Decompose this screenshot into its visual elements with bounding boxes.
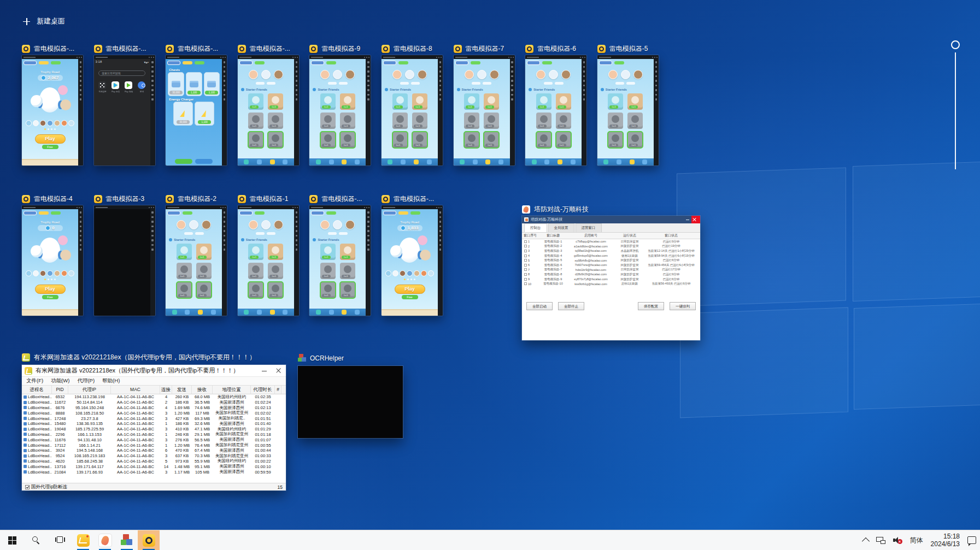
thumbnail-preview: Starter Friends Lv.1 Lv.1 Lv.1 Lv.1 Lv.1… (309, 205, 371, 316)
team-showcase (309, 220, 366, 229)
trophy-road-label: Trophy Road (22, 221, 78, 224)
character-card: Lv.1 (340, 93, 355, 110)
locked-character-card: Lv.1 (320, 263, 336, 279)
emulator-titlebar (166, 55, 227, 59)
checkbox-icon (524, 282, 527, 285)
timeline-scroll-handle[interactable] (951, 40, 960, 49)
task-view-button[interactable] (48, 530, 72, 550)
ldplayer-icon (22, 45, 30, 53)
ocr-window-title-row: OCRHelper (298, 354, 344, 362)
avatar (383, 211, 396, 215)
manager-window-thumbnail[interactable]: 塔防对战-万顺科技 控制台 全局设置 运营窗口 窗口序号 窗口标题 启用账号 运… (522, 216, 700, 340)
ocr-window-thumbnail[interactable] (298, 366, 403, 438)
game-roster-screen: Starter Friends Lv.1 Lv.1 Lv.1 Lv.1 Lv.1… (525, 59, 582, 165)
character-grid: Lv.1 Lv.1 Lv.1 Lv.1 Lv.1 Lv.1 (525, 93, 582, 148)
thumbnail-title: 雷电模拟器-4 (34, 194, 73, 204)
bottom-nav-bar (309, 158, 366, 165)
language-label: 简体 (910, 536, 923, 545)
start-button[interactable] (0, 530, 24, 550)
tower-defense-app-icon (522, 205, 530, 214)
emulator-toolbar (294, 209, 299, 316)
language-indicator[interactable]: 简体 (906, 530, 927, 550)
checkbox-icon (524, 268, 527, 271)
emulator-toolbar (150, 209, 155, 316)
window-thumbnail-ldplayer[interactable]: 雷电模拟器-5 Starter Friends Lv.1 Lv.1 Lv.1 L… (597, 55, 659, 165)
manager-window-title: 塔防对战-万顺科技 (534, 205, 589, 214)
wallpaper-window-pane (854, 304, 980, 410)
play-games-icon (125, 81, 132, 89)
close-icon (691, 216, 700, 223)
team-showcase (309, 70, 366, 79)
window-thumbnail-ldplayer[interactable]: 雷电模拟器-... Trophy Road 1,833 Play Free (382, 205, 443, 316)
proxy-column-header: 地理位置 (213, 386, 251, 394)
bottom-nav-bar (309, 309, 366, 316)
locked-character-card: Lv.1 (608, 113, 623, 129)
manager-table-row: 7 雷电模拟器-7 hdst1br9@fscalao.com 日常防掉监管 已运… (522, 268, 700, 273)
window-thumbnail-ldplayer[interactable]: 雷电模拟器-... Starter Friends Lv.1 Lv.1 Lv.1… (238, 55, 299, 165)
game-roster-screen: Starter Friends Lv.1 Lv.1 Lv.1 Lv.1 Lv.1… (382, 59, 438, 165)
ldplayer-icon (166, 45, 174, 53)
clock[interactable]: 15:18 2024/6/13 (927, 530, 964, 550)
volume-tray-button[interactable]: × (889, 530, 906, 550)
bottom-nav-bar (238, 158, 294, 165)
proxy-table-row: LdBoxHead... 21084 139.171.66.93 AA-1C-0… (22, 469, 286, 475)
window-thumbnail-ldplayer[interactable]: 雷电模拟器-4 Trophy Road 0 Play Free (22, 205, 83, 316)
proxy-table-row: LdBoxHead... 8888 108.165.218.50 AA-1C-0… (22, 410, 286, 416)
wallpaper-window-pane (677, 168, 846, 307)
menu-file: 文件(F) (26, 377, 43, 385)
emulator-titlebar (382, 205, 443, 209)
proxy-table-row: LdBoxHead... 4620 185.68.245.38 AA-1C-04… (22, 459, 286, 464)
locked-character-card: Lv.1 (268, 263, 283, 279)
window-thumbnail-ldplayer[interactable]: 雷电模拟器-8 Starter Friends Lv.1 Lv.1 Lv.1 L… (382, 55, 443, 165)
emulator-titlebar (238, 205, 299, 209)
coin-counter (39, 211, 49, 215)
clock-app-icon (138, 81, 145, 89)
process-icon (24, 459, 27, 463)
bottom-bar (22, 309, 78, 316)
window-thumbnail-ldplayer[interactable]: 雷电模拟器-7 Starter Friends Lv.1 Lv.1 Lv.1 L… (454, 55, 515, 165)
locked-character-card: Lv.1 (196, 263, 212, 279)
play-button: Play (35, 285, 66, 294)
emulator-toolbar (222, 209, 227, 316)
window-thumbnail-ldplayer[interactable]: 雷电模拟器-... Starter Friends Lv.1 Lv.1 Lv.1… (309, 205, 371, 316)
timeline-scroll-track[interactable] (955, 52, 956, 169)
window-thumbnail-ldplayer[interactable]: 雷电模拟器-... Chests 30,000 1,100 1,100 Ener… (166, 55, 227, 165)
thumbnail-preview: Starter Friends Lv.1 Lv.1 Lv.1 Lv.1 Lv.1… (454, 55, 515, 165)
plus-icon (23, 18, 30, 25)
network-tray-button[interactable] (872, 530, 889, 550)
search-button[interactable] (24, 530, 48, 550)
thumbnail-title: 雷电模拟器-5 (609, 44, 648, 54)
page-dots (22, 279, 78, 280)
window-thumbnail-ldplayer[interactable]: 雷电模拟器-2 Starter Friends Lv.1 Lv.1 Lv.1 L… (166, 205, 227, 316)
thumbnail-title: 雷电模拟器-... (250, 44, 290, 54)
locked-character-card: Lv.1 (412, 113, 427, 129)
team-showcase (238, 70, 294, 79)
taskbar-app-ldplayer[interactable] (138, 530, 160, 550)
window-thumbnail-ldplayer[interactable]: 雷电模拟器-... Trophy Road 2,067 Play Free (22, 55, 83, 165)
proxy-table-row: LdBoxHead... 13716 139.171.64.117 AA-1C-… (22, 464, 286, 469)
action-center-button[interactable] (964, 530, 980, 550)
window-thumbnail-ldplayer[interactable]: 雷电模拟器-9 Starter Friends Lv.1 Lv.1 Lv.1 L… (309, 55, 371, 165)
locked-character-card: Lv.1 (556, 132, 571, 148)
locked-character-card: Lv.1 (268, 132, 283, 148)
thumbnail-preview: Trophy Road 2,067 Play Free (22, 55, 83, 165)
character-card: Lv.1 (268, 244, 283, 260)
gem-counter (410, 211, 420, 215)
window-thumbnail-ldplayer[interactable]: 雷电模拟器-... 3:18▾▴▪ 搜索应用和游戏 系统应用 Play 商店 P… (94, 55, 155, 165)
window-thumbnail-ldplayer[interactable]: 雷电模拟器-3 (94, 205, 155, 316)
proxy-window-thumbnail[interactable]: 有米网游加速器 v20221218ex（国外代理ip专用，国内代理ip不要用！！… (22, 365, 286, 490)
tray-overflow-button[interactable] (859, 530, 872, 550)
new-desktop-button[interactable]: 新建桌面 (23, 16, 65, 26)
character-card: Lv.1 (177, 244, 192, 260)
page-dots (382, 279, 438, 280)
taskbar-app-ocr-helper[interactable] (116, 530, 138, 550)
window-thumbnail-ldplayer[interactable]: 雷电模拟器-6 Starter Friends Lv.1 Lv.1 Lv.1 L… (525, 55, 586, 165)
process-icon (24, 417, 27, 420)
bottom-nav-bar (382, 158, 438, 165)
thumbnail-title: 雷电模拟器-7 (466, 44, 504, 54)
taskbar-app-youmi[interactable] (72, 530, 94, 550)
taskbar-app-tower-defense[interactable] (94, 530, 116, 550)
notification-icon (967, 536, 976, 544)
window-thumbnail-ldplayer[interactable]: 雷电模拟器-1 Starter Friends Lv.1 Lv.1 Lv.1 L… (238, 205, 299, 316)
character-grid: Lv.1 Lv.1 Lv.1 Lv.1 Lv.1 Lv.1 (238, 93, 294, 148)
